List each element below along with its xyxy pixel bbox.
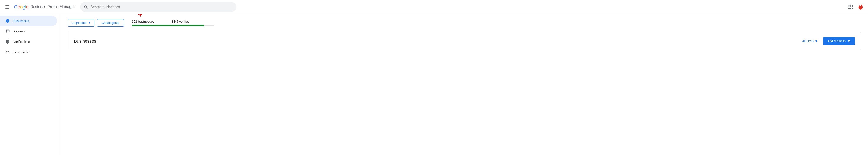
create-group-button[interactable]: Create group bbox=[97, 19, 124, 27]
chevron-down-icon: ▼ bbox=[847, 40, 850, 43]
all-label: All (121) bbox=[802, 40, 813, 43]
sidebar: Businesses Reviews Verifications bbox=[0, 14, 61, 155]
chevron-down-icon: ▼ bbox=[815, 40, 818, 43]
flame-svg bbox=[858, 4, 864, 10]
progress-bar-fill bbox=[132, 25, 204, 26]
sidebar-link-to-ads-label: Link to ads bbox=[13, 50, 28, 54]
chevron-down-icon: ▼ bbox=[88, 21, 91, 24]
search-bar bbox=[80, 2, 236, 12]
businesses-header: Businesses All (121) ▼ Add business ▼ bbox=[74, 37, 855, 45]
sidebar-item-verifications[interactable]: Verifications bbox=[0, 36, 57, 47]
businesses-title: Businesses bbox=[74, 39, 96, 44]
hamburger-menu-icon[interactable] bbox=[3, 3, 11, 11]
grid-dots bbox=[848, 5, 853, 9]
add-business-button[interactable]: Add business ▼ bbox=[823, 37, 855, 45]
layout: Businesses Reviews Verifications bbox=[0, 14, 868, 155]
sidebar-verifications-label: Verifications bbox=[13, 40, 30, 44]
header: Google Business Profile Manager bbox=[0, 0, 868, 14]
sidebar-reviews-label: Reviews bbox=[13, 30, 25, 33]
logo-area: Google Business Profile Manager bbox=[14, 4, 75, 10]
arrow-svg bbox=[124, 14, 146, 24]
ungrouped-dropdown[interactable]: Ungrouped ▼ bbox=[68, 19, 94, 27]
sidebar-item-link-to-ads[interactable]: Link to ads bbox=[0, 47, 57, 57]
main-content: Ungrouped ▼ Create group 121 businesses … bbox=[61, 14, 868, 155]
sidebar-item-reviews[interactable]: Reviews bbox=[0, 26, 57, 36]
add-business-label: Add business bbox=[828, 40, 846, 43]
link-icon bbox=[5, 50, 10, 55]
verifications-icon bbox=[5, 40, 10, 44]
businesses-section: Businesses All (121) ▼ Add business ▼ bbox=[68, 32, 861, 50]
apps-grid-icon[interactable] bbox=[846, 3, 855, 11]
app-name: Business Profile Manager bbox=[30, 5, 75, 9]
sidebar-item-businesses[interactable]: Businesses bbox=[0, 16, 57, 26]
progress-bar-container bbox=[132, 25, 214, 26]
search-input[interactable] bbox=[91, 5, 233, 9]
toolbar-row: Ungrouped ▼ Create group 121 businesses … bbox=[68, 19, 861, 27]
header-right bbox=[846, 3, 865, 11]
sidebar-businesses-label: Businesses bbox=[13, 19, 29, 23]
search-icon bbox=[84, 5, 88, 9]
arrow-indicator bbox=[124, 14, 146, 24]
all-dropdown-button[interactable]: All (121) ▼ bbox=[800, 37, 820, 45]
google-logo: Google bbox=[14, 4, 29, 10]
account-icon[interactable] bbox=[857, 3, 865, 11]
verified-percent: 88% verified bbox=[172, 20, 190, 23]
ungrouped-label: Ungrouped bbox=[71, 21, 86, 25]
reviews-icon bbox=[5, 29, 10, 34]
businesses-icon bbox=[5, 19, 10, 23]
businesses-header-right: All (121) ▼ Add business ▼ bbox=[800, 37, 855, 45]
